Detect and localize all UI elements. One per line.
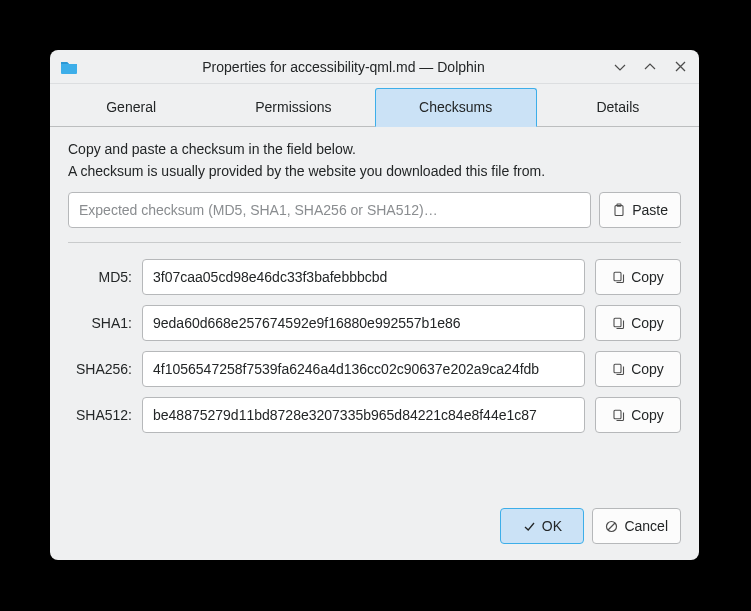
properties-dialog: Properties for accessibility-qml.md — Do… — [50, 50, 699, 560]
minimize-button[interactable] — [609, 56, 631, 78]
copy-icon — [612, 317, 625, 330]
svg-rect-3 — [614, 318, 621, 327]
copy-icon — [612, 363, 625, 376]
copy-label: Copy — [631, 361, 664, 377]
titlebar: Properties for accessibility-qml.md — Do… — [50, 50, 699, 84]
value-md5[interactable] — [142, 259, 585, 295]
tab-bar: General Permissions Checksums Details — [50, 84, 699, 127]
copy-label: Copy — [631, 315, 664, 331]
clipboard-icon — [612, 203, 626, 217]
tab-panel-checksums: Copy and paste a checksum in the field b… — [50, 127, 699, 508]
value-sha512[interactable] — [142, 397, 585, 433]
row-sha256: SHA256: Copy — [68, 351, 681, 387]
paste-label: Paste — [632, 202, 668, 218]
svg-rect-5 — [614, 410, 621, 419]
svg-rect-4 — [614, 364, 621, 373]
expected-checksum-input[interactable] — [68, 192, 591, 228]
ok-label: OK — [542, 518, 562, 534]
instructions-line2: A checksum is usually provided by the we… — [68, 161, 681, 183]
copy-sha512-button[interactable]: Copy — [595, 397, 681, 433]
copy-icon — [612, 271, 625, 284]
dialog-footer: OK Cancel — [50, 508, 699, 560]
copy-sha1-button[interactable]: Copy — [595, 305, 681, 341]
tab-checksums[interactable]: Checksums — [375, 88, 537, 127]
instructions-line1: Copy and paste a checksum in the field b… — [68, 139, 681, 161]
tab-details[interactable]: Details — [537, 88, 699, 127]
copy-label: Copy — [631, 407, 664, 423]
separator — [68, 242, 681, 243]
tab-permissions[interactable]: Permissions — [212, 88, 374, 127]
copy-sha256-button[interactable]: Copy — [595, 351, 681, 387]
value-sha1[interactable] — [142, 305, 585, 341]
svg-line-7 — [608, 523, 615, 530]
paste-button[interactable]: Paste — [599, 192, 681, 228]
cancel-icon — [605, 520, 618, 533]
row-md5: MD5: Copy — [68, 259, 681, 295]
copy-icon — [612, 409, 625, 422]
label-md5: MD5: — [68, 269, 132, 285]
value-sha256[interactable] — [142, 351, 585, 387]
row-sha512: SHA512: Copy — [68, 397, 681, 433]
expected-row: Paste — [68, 192, 681, 228]
copy-label: Copy — [631, 269, 664, 285]
ok-button[interactable]: OK — [500, 508, 584, 544]
tab-general[interactable]: General — [50, 88, 212, 127]
label-sha1: SHA1: — [68, 315, 132, 331]
folder-icon — [60, 60, 78, 74]
instructions: Copy and paste a checksum in the field b… — [68, 139, 681, 182]
copy-md5-button[interactable]: Copy — [595, 259, 681, 295]
window-title: Properties for accessibility-qml.md — Do… — [86, 59, 601, 75]
maximize-button[interactable] — [639, 56, 661, 78]
cancel-button[interactable]: Cancel — [592, 508, 681, 544]
cancel-label: Cancel — [624, 518, 668, 534]
close-button[interactable] — [669, 56, 691, 78]
label-sha256: SHA256: — [68, 361, 132, 377]
svg-rect-0 — [615, 206, 623, 216]
label-sha512: SHA512: — [68, 407, 132, 423]
row-sha1: SHA1: Copy — [68, 305, 681, 341]
check-icon — [523, 520, 536, 533]
svg-rect-2 — [614, 272, 621, 281]
